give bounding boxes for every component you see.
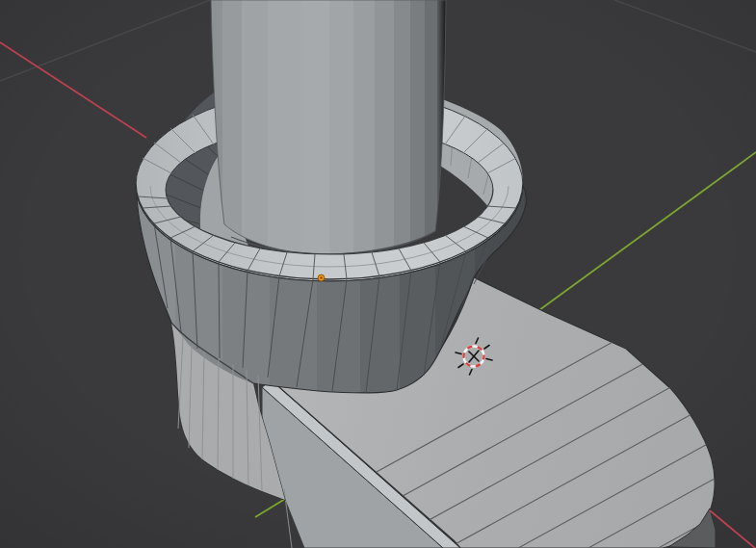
blender-3d-viewport[interactable] (0, 0, 756, 548)
mesh-column-cylinder[interactable] (211, 0, 446, 254)
viewport-canvas[interactable] (0, 0, 756, 548)
origin-point (318, 274, 325, 281)
origin-dot-core (320, 276, 322, 278)
